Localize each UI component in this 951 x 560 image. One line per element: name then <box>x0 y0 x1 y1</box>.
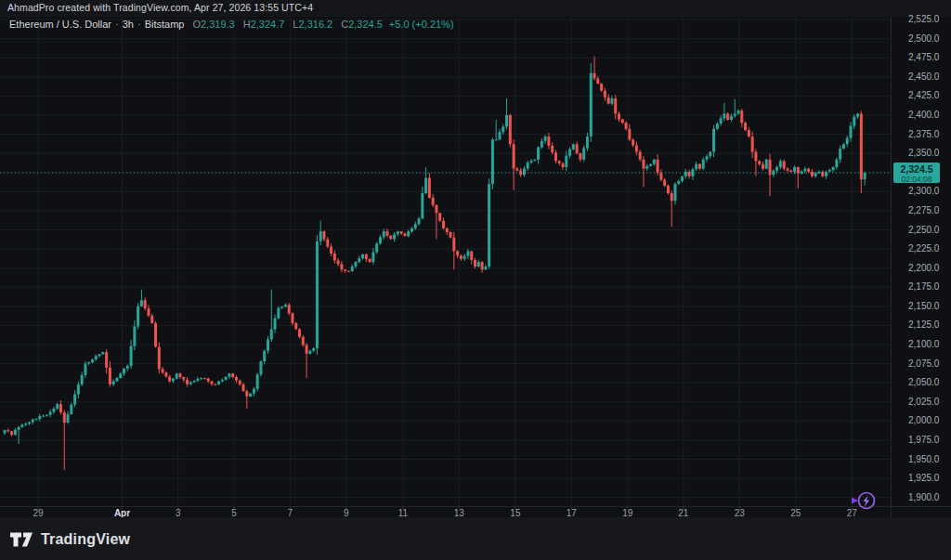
footer-bar: TradingView <box>0 517 951 560</box>
bar-countdown: 02:04:08 <box>893 176 940 184</box>
ohlc-h: H2,324.7 <box>243 19 285 30</box>
ohlc-c: C2,324.5 <box>341 19 383 30</box>
change-label: +5.0 (+0.21%) <box>389 19 454 30</box>
ohlc-values: O2,319.3H2,324.7L2,316.2C2,324.5 <box>184 19 382 30</box>
legend-separator: · <box>137 19 141 30</box>
attribution-text: AhmadPro created with TradingView.com, A… <box>7 2 313 13</box>
ohlc-l: L2,316.2 <box>293 19 332 30</box>
chart-canvas[interactable] <box>0 0 951 560</box>
last-price-badge[interactable]: 2,324.5 02:04:08 <box>893 163 940 183</box>
lightning-realtime-icon <box>849 488 879 514</box>
ohlc-o: O2,319.3 <box>192 19 234 30</box>
symbol-legend[interactable]: Ethereum / U.S. Dollar·3h·BitstampO2,319… <box>9 19 454 32</box>
legend-separator: · <box>115 19 119 30</box>
exchange-label[interactable]: Bitstamp <box>145 19 185 30</box>
tradingview-logo[interactable]: TradingView <box>9 529 130 550</box>
symbol-title[interactable]: Ethereum / U.S. Dollar <box>9 19 111 30</box>
interval-label[interactable]: 3h <box>123 19 134 30</box>
last-price-value: 2,324.5 <box>893 164 940 175</box>
tradingview-chart-window: AhmadPro created with TradingView.com, A… <box>0 0 951 560</box>
brand-text: TradingView <box>41 531 130 548</box>
attribution-bar: AhmadPro created with TradingView.com, A… <box>0 0 951 17</box>
go-to-realtime-button[interactable] <box>849 488 879 514</box>
tradingview-mark-icon <box>9 529 33 550</box>
